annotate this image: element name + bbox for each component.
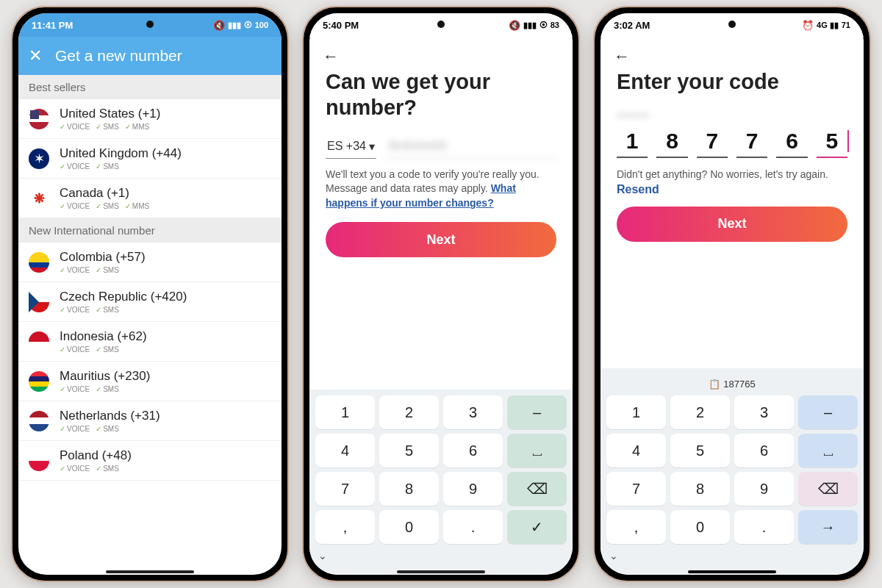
key-digit[interactable]: 7 <box>315 472 375 506</box>
phone-2: 5:40 PM 🔇 ▮▮▮ ⦿ 83 ← Can we get your num… <box>302 6 580 582</box>
key-confirm[interactable]: ✓ <box>507 510 567 544</box>
key-digit[interactable]: 2 <box>379 395 439 429</box>
status-bar: 5:40 PM 🔇 ▮▮▮ ⦿ 83 <box>309 13 573 37</box>
capability-badge: VOICE <box>60 162 90 171</box>
capabilities: VOICESMS <box>60 345 271 354</box>
key-digit[interactable]: 9 <box>443 472 503 506</box>
masked-phone-number: ••••••••• <box>617 110 847 121</box>
country-code-select[interactable]: ES +34 ▾ <box>326 135 376 159</box>
clock: 3:02 AM <box>614 20 650 31</box>
country-name: Indonesia (+62) <box>60 329 271 344</box>
key-digit[interactable]: 8 <box>379 472 439 506</box>
country-row[interactable]: ✶United Kingdom (+44)VOICESMS <box>18 139 282 179</box>
capabilities: VOICESMS <box>60 162 271 171</box>
country-row[interactable]: Colombia (+57)VOICESMS <box>18 243 282 282</box>
code-input[interactable]: 187765 <box>617 129 847 158</box>
capability-badge: SMS <box>96 425 119 433</box>
capability-badge: SMS <box>96 345 119 354</box>
next-button[interactable]: Next <box>617 207 847 242</box>
clipboard-icon: 📋 <box>709 379 720 390</box>
keyboard-suggestion[interactable]: 📋 187765 <box>606 374 858 395</box>
keyboard-collapse-icon[interactable]: ⌄ <box>606 544 858 562</box>
key-dash[interactable]: – <box>507 395 567 429</box>
country-row[interactable]: ❋Canada (+1)VOICESMSMMS <box>18 179 282 218</box>
flag-icon: ❋ <box>29 188 49 209</box>
key-next[interactable]: → <box>798 510 858 544</box>
flag-icon <box>29 292 49 312</box>
country-row[interactable]: Netherlands (+31)VOICESMS <box>18 401 282 441</box>
flag-icon <box>29 411 49 431</box>
battery-icon: 71 <box>842 21 850 29</box>
app-bar: ✕ Get a new number <box>18 37 282 75</box>
phone-3: 3:02 AM ⏰ 4G ▮▮ 71 ← Enter your code •••… <box>593 6 871 582</box>
home-indicator <box>688 570 776 573</box>
key-digit[interactable]: 5 <box>670 434 730 467</box>
capability-badge: SMS <box>96 123 119 131</box>
key-digit[interactable]: 2 <box>670 395 730 429</box>
key-backspace[interactable]: ⌫ <box>507 472 567 506</box>
country-name: Netherlands (+31) <box>60 409 271 423</box>
key-space[interactable]: ⎵ <box>507 434 567 467</box>
code-digit: 7 <box>697 129 728 158</box>
key-digit[interactable]: 9 <box>734 472 794 506</box>
next-button[interactable]: Next <box>326 222 556 257</box>
capabilities: VOICESMSMMS <box>60 123 271 131</box>
phone-number-input[interactable]: 964646486 <box>385 135 556 159</box>
capability-badge: VOICE <box>60 465 90 473</box>
country-row[interactable]: Poland (+48)VOICESMS <box>18 441 282 481</box>
key-backspace[interactable]: ⌫ <box>798 472 858 506</box>
page-title: Can we get your number? <box>326 69 556 121</box>
capability-badge: SMS <box>96 266 119 274</box>
key-digit[interactable]: 6 <box>443 434 503 467</box>
page-title: Get a new number <box>55 47 182 65</box>
back-icon[interactable]: ← <box>309 37 573 69</box>
country-row[interactable]: United States (+1)VOICESMSMMS <box>18 99 282 139</box>
key-digit[interactable]: 7 <box>606 472 666 506</box>
suggestion-text: 187765 <box>723 379 755 390</box>
section-header: Best sellers <box>18 75 282 99</box>
key-digit[interactable]: 5 <box>379 434 439 467</box>
section-header: New International number <box>18 218 282 243</box>
capability-badge: MMS <box>125 123 149 131</box>
key-symbol[interactable]: , <box>606 510 666 544</box>
key-symbol[interactable]: , <box>315 510 375 544</box>
key-digit[interactable]: 3 <box>443 395 503 429</box>
chevron-down-icon: ▾ <box>369 140 375 154</box>
key-digit[interactable]: 0 <box>670 510 730 544</box>
country-row[interactable]: Indonesia (+62)VOICESMS <box>18 322 282 362</box>
country-name: Mauritius (+230) <box>60 369 271 384</box>
country-list: Best sellersUnited States (+1)VOICESMSMM… <box>18 75 282 575</box>
key-symbol[interactable]: . <box>443 510 503 544</box>
code-digit: 8 <box>656 129 687 158</box>
flag-icon <box>29 331 49 352</box>
key-digit[interactable]: 8 <box>670 472 730 506</box>
capability-badge: VOICE <box>60 385 90 393</box>
wifi-icon: ⦿ <box>539 21 548 29</box>
key-digit[interactable]: 1 <box>606 395 666 429</box>
mute-icon: 🔇 <box>213 20 225 31</box>
country-row[interactable]: Mauritius (+230)VOICESMS <box>18 362 282 401</box>
resend-link[interactable]: Resend <box>617 183 847 196</box>
key-digit[interactable]: 1 <box>315 395 375 429</box>
key-digit[interactable]: 4 <box>606 434 666 467</box>
key-dash[interactable]: – <box>798 395 858 429</box>
country-name: Canada (+1) <box>60 186 271 201</box>
status-bar: 3:02 AM ⏰ 4G ▮▮ 71 <box>600 13 864 37</box>
capability-badge: VOICE <box>60 202 90 210</box>
key-digit[interactable]: 3 <box>734 395 794 429</box>
country-row[interactable]: Czech Republic (+420)VOICESMS <box>18 282 282 322</box>
keyboard-collapse-icon[interactable]: ⌄ <box>315 544 567 562</box>
status-bar: 11:41 PM 🔇 ▮▮▮ ⦿ 100 <box>18 13 282 37</box>
key-digit[interactable]: 0 <box>379 510 439 544</box>
capability-badge: VOICE <box>60 345 90 354</box>
back-icon[interactable]: ← <box>600 37 864 69</box>
flag-icon <box>29 451 49 471</box>
key-digit[interactable]: 6 <box>734 434 794 467</box>
key-space[interactable]: ⎵ <box>798 434 858 467</box>
status-icons: 🔇 ▮▮▮ ⦿ 100 <box>213 20 268 31</box>
capability-badge: MMS <box>125 202 149 210</box>
close-icon[interactable]: ✕ <box>29 46 42 65</box>
country-name: United States (+1) <box>60 107 271 121</box>
key-digit[interactable]: 4 <box>315 434 375 467</box>
key-symbol[interactable]: . <box>734 510 794 544</box>
